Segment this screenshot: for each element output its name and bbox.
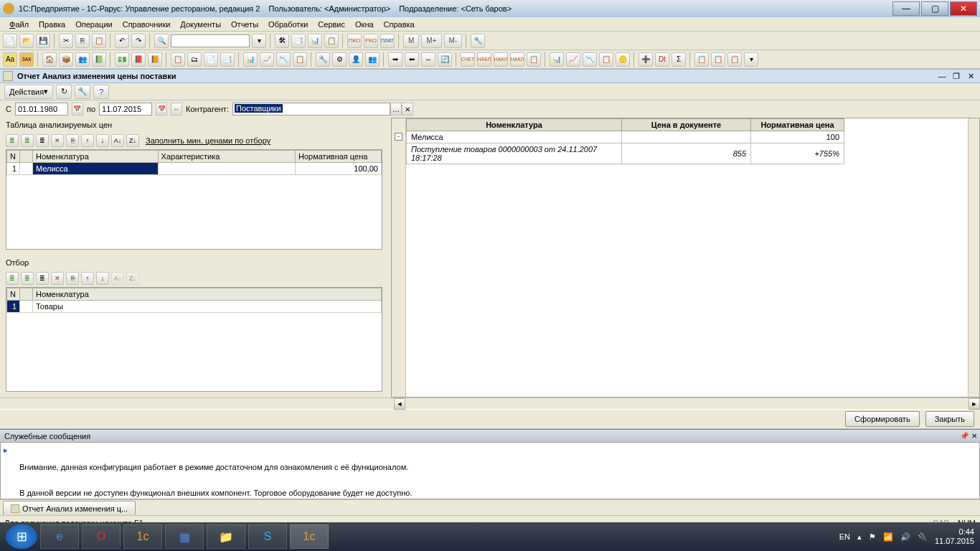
tool-icon[interactable]: 🛠: [275, 34, 289, 48]
nakl-icon[interactable]: НАКЛ: [494, 52, 508, 67]
tb2-icon[interactable]: 📋: [727, 52, 742, 67]
tb2-icon[interactable]: 📙: [148, 52, 162, 67]
add-row-icon[interactable]: ≣: [6, 272, 19, 285]
date-from-input[interactable]: [15, 103, 68, 116]
tb2-icon[interactable]: ▾: [744, 52, 758, 67]
tb2-icon[interactable]: ➡: [388, 52, 402, 67]
redo-icon[interactable]: ↷: [131, 34, 146, 48]
tb2-icon[interactable]: 👥: [75, 52, 90, 67]
menu-service[interactable]: Сервис: [313, 19, 350, 30]
taskbar-opera[interactable]: O: [82, 524, 121, 549]
delete-row-icon[interactable]: ✕: [51, 272, 64, 285]
doc-close[interactable]: ✕: [964, 71, 977, 81]
nakl-icon[interactable]: НАКЛ: [510, 52, 524, 67]
menu-directories[interactable]: Справочники: [118, 19, 176, 30]
table-row[interactable]: Поступление товаров 0000000003 от 24.11.…: [407, 143, 844, 164]
tb2-icon[interactable]: 👥: [365, 52, 380, 67]
cut-icon[interactable]: ✂: [59, 34, 73, 48]
taskbar-1c[interactable]: 1c: [123, 524, 162, 549]
select-icon[interactable]: …: [390, 103, 402, 116]
tb2-icon[interactable]: 📉: [276, 52, 291, 67]
sort-asc-icon[interactable]: A↓: [111, 134, 124, 147]
sort-desc-icon[interactable]: Z↓: [126, 134, 139, 147]
tb2-icon[interactable]: 📋: [599, 52, 613, 67]
horizontal-scrollbar[interactable]: ◄ ►: [0, 397, 980, 409]
help-icon[interactable]: ?: [93, 85, 109, 99]
tb2-icon[interactable]: 📋: [293, 52, 307, 67]
clear-icon[interactable]: ✕: [402, 103, 413, 116]
fill-min-prices-link[interactable]: Заполнить мин. ценами по отбору: [146, 136, 270, 145]
copy-row-icon[interactable]: ⎘: [66, 272, 79, 285]
dropdown-icon[interactable]: ▾: [252, 34, 266, 48]
tb2-icon[interactable]: 🔧: [316, 52, 330, 67]
tb2-icon[interactable]: Dt: [655, 52, 669, 67]
tb2-icon[interactable]: 📗: [92, 52, 106, 67]
search-input[interactable]: [171, 34, 250, 47]
undo-icon[interactable]: ↶: [115, 34, 129, 48]
vertical-scrollbar[interactable]: [968, 118, 979, 397]
insert-row-icon[interactable]: ≣: [21, 134, 34, 147]
tray-icon[interactable]: 🔊: [900, 532, 910, 542]
svc-close-icon[interactable]: ✕: [971, 432, 977, 440]
table-row[interactable]: 1 Мелисса 100,00: [7, 163, 382, 175]
tb2-icon[interactable]: 🏠: [42, 52, 57, 67]
find-icon[interactable]: 🔍: [154, 34, 169, 48]
scroll-left-icon[interactable]: ◄: [394, 398, 405, 410]
tool-icon[interactable]: 📑: [291, 34, 306, 48]
tool-icon[interactable]: 📊: [308, 34, 322, 48]
taskbar-clock[interactable]: 0:44 11.07.2015: [935, 527, 974, 546]
tb2-icon[interactable]: Σ: [672, 52, 686, 67]
doc-restore[interactable]: ❐: [950, 71, 963, 81]
sort-asc-icon[interactable]: A↓: [111, 272, 124, 285]
start-button[interactable]: ⊞: [6, 524, 37, 549]
calendar-icon[interactable]: 📅: [156, 103, 167, 116]
tool-icon[interactable]: 📋: [324, 34, 339, 48]
tray-icon[interactable]: 📶: [883, 532, 893, 542]
add-row-icon[interactable]: ≣: [6, 134, 19, 147]
tb2-icon[interactable]: ↔: [421, 52, 435, 67]
tb2-icon[interactable]: 🪙: [616, 52, 630, 67]
calendar-icon[interactable]: 📅: [72, 103, 83, 116]
period-select-icon[interactable]: ↔: [171, 103, 182, 116]
rko-icon[interactable]: РКО: [364, 34, 378, 48]
pko-icon[interactable]: ПКО: [347, 34, 362, 48]
tb2-icon[interactable]: 👤: [349, 52, 363, 67]
result-grid[interactable]: Номенклатура Цена в документе Нормативна…: [406, 118, 979, 397]
open-icon[interactable]: 📂: [19, 34, 34, 48]
tb2-icon[interactable]: ➕: [639, 52, 653, 67]
menu-windows[interactable]: Окна: [350, 19, 379, 30]
move-down-icon[interactable]: ↓: [96, 272, 109, 285]
taskbar-app[interactable]: ▦: [165, 524, 204, 549]
sort-desc-icon[interactable]: Z↓: [126, 272, 139, 285]
edit-row-icon[interactable]: ≣: [36, 134, 49, 147]
close-button[interactable]: ✕: [950, 1, 977, 16]
menu-edit[interactable]: Правка: [34, 19, 70, 30]
tb2-icon[interactable]: 🔄: [438, 52, 452, 67]
minimize-button[interactable]: —: [892, 1, 920, 16]
menu-reports[interactable]: Отчеты: [226, 19, 263, 30]
tb2-icon[interactable]: 📋: [527, 52, 541, 67]
m-plus-button[interactable]: М+: [421, 34, 441, 48]
tb2-icon[interactable]: 📊: [243, 52, 258, 67]
move-up-icon[interactable]: ↑: [81, 272, 94, 285]
doc-minimize[interactable]: —: [936, 71, 948, 81]
m-minus-button[interactable]: М-: [444, 34, 463, 48]
move-down-icon[interactable]: ↓: [96, 134, 109, 147]
insert-row-icon[interactable]: ≣: [21, 272, 34, 285]
m-button[interactable]: М: [403, 34, 419, 48]
pin-icon[interactable]: 📌: [960, 432, 969, 440]
tree-collapse-icon[interactable]: −: [395, 133, 402, 141]
tb2-icon[interactable]: 📄: [204, 52, 218, 67]
tb2-icon[interactable]: 📋: [694, 52, 709, 67]
tb2-icon[interactable]: 📕: [131, 52, 146, 67]
tb2-icon[interactable]: 📦: [59, 52, 73, 67]
tb2-icon[interactable]: 📈: [260, 52, 274, 67]
menu-documents[interactable]: Документы: [175, 19, 226, 30]
close-dialog-button[interactable]: Закрыть: [925, 411, 974, 427]
contragent-input[interactable]: Поставщики: [232, 103, 390, 116]
menu-file[interactable]: Файл: [4, 19, 34, 30]
menu-help[interactable]: Справка: [379, 19, 420, 30]
lang-indicator[interactable]: EN: [839, 532, 850, 541]
menu-operations[interactable]: Операции: [70, 19, 117, 30]
date-to-input[interactable]: [99, 103, 152, 116]
